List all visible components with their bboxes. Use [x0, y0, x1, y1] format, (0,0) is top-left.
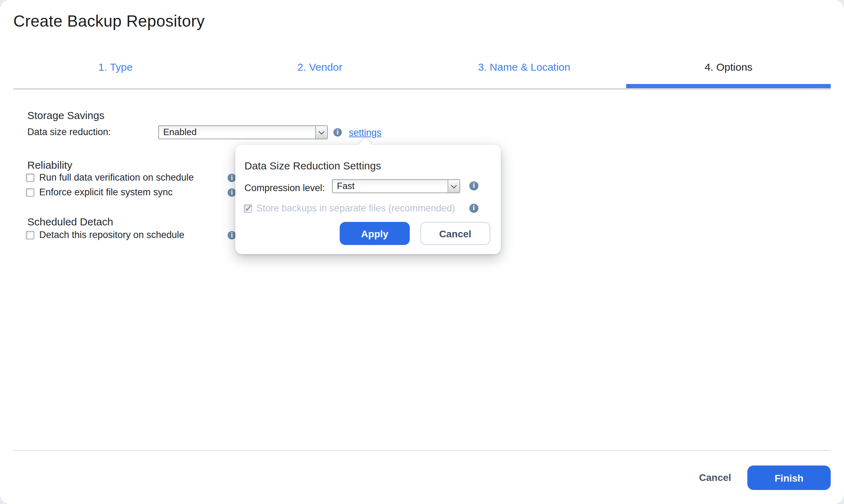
data-size-reduction-value: Enabled	[159, 126, 315, 139]
chevron-down-icon[interactable]	[448, 180, 459, 192]
checkmark-icon: ✓	[245, 205, 251, 211]
detach-row: Detach this repository on schedule	[26, 230, 184, 240]
reliability-heading: Reliability	[27, 159, 72, 171]
verification-row: Run full data verification on schedule	[26, 173, 194, 183]
compression-level-value: Fast	[333, 180, 448, 192]
tab-name-location[interactable]: 3. Name & Location	[422, 56, 627, 88]
tab-options[interactable]: 4. Options	[627, 56, 831, 88]
data-size-reduction-settings-popover: Data Size Reduction Settings Compression…	[235, 145, 501, 254]
filesystem-sync-row: Enforce explicit file system sync	[26, 188, 173, 197]
create-backup-repository-dialog: Create Backup Repository 1. Type 2. Vend…	[0, 0, 844, 504]
tab-type[interactable]: 1. Type	[13, 56, 218, 88]
info-icon[interactable]: i	[228, 174, 236, 182]
page-title: Create Backup Repository	[13, 12, 205, 31]
run-verification-label: Run full data verification on schedule	[39, 173, 194, 183]
data-size-reduction-dropdown[interactable]: Enabled	[158, 125, 328, 139]
info-icon[interactable]: i	[469, 204, 478, 213]
info-icon[interactable]: i	[333, 128, 342, 136]
separate-files-checkbox: ✓	[244, 204, 252, 213]
detach-schedule-checkbox[interactable]	[26, 231, 34, 239]
separate-files-row: ✓ Store backups in separate files (recom…	[244, 204, 455, 214]
apply-button[interactable]: Apply	[340, 222, 410, 245]
tab-vendor[interactable]: 2. Vendor	[218, 56, 422, 88]
storage-savings-heading: Storage Savings	[27, 109, 104, 121]
enforce-sync-label: Enforce explicit file system sync	[39, 188, 173, 197]
info-icon[interactable]: i	[228, 188, 236, 197]
data-size-reduction-label: Data size reduction:	[27, 127, 111, 137]
detach-schedule-label: Detach this repository on schedule	[39, 230, 184, 240]
cancel-button[interactable]: Cancel	[699, 472, 731, 483]
compression-level-dropdown[interactable]: Fast	[332, 179, 460, 193]
scheduled-detach-heading: Scheduled Detach	[27, 216, 113, 227]
popover-title: Data Size Reduction Settings	[244, 160, 381, 172]
compression-level-label: Compression level:	[244, 183, 325, 193]
wizard-tabs: 1. Type 2. Vendor 3. Name & Location 4. …	[13, 56, 831, 90]
info-icon[interactable]: i	[469, 181, 478, 190]
settings-link[interactable]: settings	[349, 127, 381, 138]
info-icon[interactable]: i	[228, 231, 236, 239]
run-verification-checkbox[interactable]	[26, 174, 34, 182]
chevron-down-icon[interactable]	[315, 126, 327, 139]
enforce-sync-checkbox[interactable]	[26, 188, 34, 197]
finish-button[interactable]: Finish	[747, 465, 831, 490]
footer-divider	[13, 450, 831, 451]
separate-files-label: Store backups in separate files (recomme…	[256, 204, 455, 214]
popover-cancel-button[interactable]: Cancel	[420, 222, 490, 245]
